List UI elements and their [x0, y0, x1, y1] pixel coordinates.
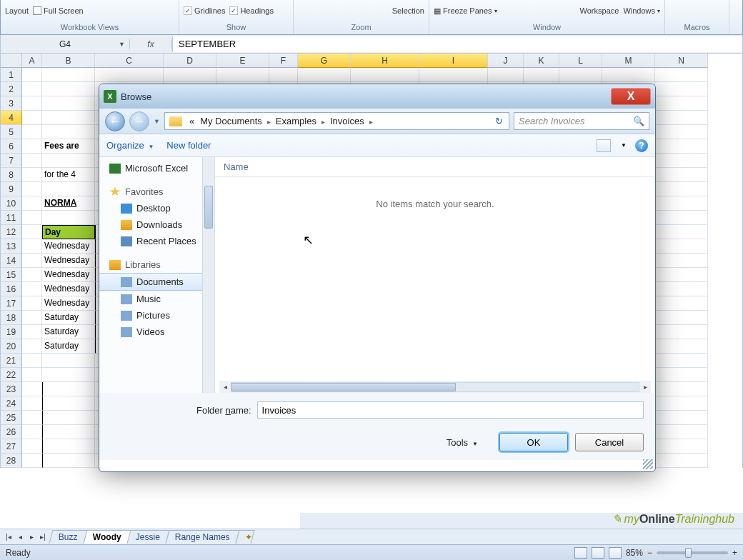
row-header-14[interactable]: 14: [1, 254, 22, 268]
row-header-23[interactable]: 23: [1, 382, 22, 396]
cell-M1[interactable]: [602, 68, 655, 82]
cell-A9[interactable]: [22, 182, 42, 196]
row-header-21[interactable]: 21: [1, 354, 22, 368]
col-header-B[interactable]: B: [42, 54, 95, 68]
cell-B19[interactable]: Saturday: [42, 325, 95, 339]
tab-nav-first-icon[interactable]: |◂: [3, 533, 14, 541]
ribbon-workspace[interactable]: Workspace: [580, 6, 619, 15]
cell-B1[interactable]: [42, 68, 95, 82]
cell-B22[interactable]: [42, 368, 95, 382]
cell-A5[interactable]: [22, 125, 42, 139]
cell-N22[interactable]: [655, 368, 708, 382]
cell-A7[interactable]: [22, 154, 42, 168]
hscroll-right-icon[interactable]: ▸: [639, 383, 651, 391]
cell-A17[interactable]: [22, 296, 42, 311]
folder-name-input[interactable]: [257, 401, 644, 419]
cell-B26[interactable]: [42, 425, 95, 439]
view-pagebreak-button[interactable]: [609, 547, 622, 559]
cell-G1[interactable]: [298, 68, 351, 82]
row-header-18[interactable]: 18: [1, 311, 22, 325]
cell-A3[interactable]: [22, 96, 42, 111]
breadcrumb-prefix[interactable]: «: [186, 116, 197, 126]
nav-videos[interactable]: Videos: [99, 324, 214, 340]
row-header-9[interactable]: 9: [1, 182, 22, 196]
cell-L1[interactable]: [559, 68, 602, 82]
col-header-A[interactable]: A: [22, 54, 42, 68]
cell-D1[interactable]: [164, 68, 216, 82]
row-header-28[interactable]: 28: [1, 454, 22, 468]
row-header-7[interactable]: 7: [1, 154, 22, 168]
breadcrumb-invoices[interactable]: Invoices: [327, 116, 367, 126]
cell-A4[interactable]: [22, 111, 42, 125]
nav-documents[interactable]: Documents: [99, 273, 214, 291]
cell-E1[interactable]: [216, 68, 269, 82]
cell-N23[interactable]: [655, 382, 708, 396]
col-header-K[interactable]: K: [524, 54, 559, 68]
cell-B5[interactable]: [42, 125, 95, 139]
col-header-C[interactable]: C: [95, 54, 164, 68]
cell-A22[interactable]: [22, 368, 42, 382]
forward-button[interactable]: →: [129, 111, 149, 131]
row-header-1[interactable]: 1: [1, 68, 22, 82]
row-header-13[interactable]: 13: [1, 239, 22, 254]
col-header-G[interactable]: G: [298, 54, 351, 68]
nav-scrollbar[interactable]: [202, 157, 214, 393]
tab-nav-next-icon[interactable]: ▸: [26, 533, 37, 541]
cell-A2[interactable]: [22, 82, 42, 96]
cell-B6[interactable]: Fees are: [42, 139, 95, 154]
nav-downloads[interactable]: Downloads: [99, 216, 214, 233]
cell-N25[interactable]: [655, 411, 708, 425]
cell-N1[interactable]: [655, 68, 708, 82]
cell-N19[interactable]: [655, 325, 708, 339]
row-header-17[interactable]: 17: [1, 296, 22, 311]
cell-B23[interactable]: [42, 382, 95, 396]
name-box[interactable]: G4 ▼: [1, 39, 129, 49]
zoom-out-button[interactable]: −: [647, 548, 652, 558]
nav-recent-places[interactable]: Recent Places: [99, 233, 214, 249]
formula-input[interactable]: SEPTEMBER: [172, 36, 742, 52]
cell-B10[interactable]: NORMA: [42, 196, 95, 211]
breadcrumb-my-documents[interactable]: My Documents: [197, 116, 265, 126]
cell-N10[interactable]: [655, 196, 708, 211]
cell-N18[interactable]: [655, 311, 708, 325]
cell-B7[interactable]: [42, 154, 95, 168]
col-header-F[interactable]: F: [269, 54, 298, 68]
zoom-slider[interactable]: [657, 551, 728, 554]
close-button[interactable]: X: [611, 88, 651, 105]
cell-B17[interactable]: Wednesday: [42, 296, 95, 311]
cell-B12[interactable]: Day: [42, 225, 95, 239]
view-normal-button[interactable]: [574, 547, 587, 559]
zoom-level[interactable]: 85%: [626, 548, 643, 558]
cell-N7[interactable]: [655, 154, 708, 168]
cell-N28[interactable]: [655, 454, 708, 468]
row-header-22[interactable]: 22: [1, 368, 22, 382]
ribbon-zoom-selection[interactable]: Selection: [392, 6, 424, 15]
view-mode-dropdown-icon[interactable]: ▼: [621, 142, 627, 149]
cell-A15[interactable]: [22, 268, 42, 282]
row-header-3[interactable]: 3: [1, 96, 22, 111]
ribbon-windows[interactable]: Windows ▾: [623, 6, 660, 15]
ribbon-gridlines[interactable]: ✓ Gridlines: [184, 6, 225, 15]
cell-B3[interactable]: [42, 96, 95, 111]
cell-A21[interactable]: [22, 354, 42, 368]
cell-A12[interactable]: [22, 225, 42, 239]
chevron-right-icon[interactable]: ▸: [265, 118, 273, 126]
cell-B9[interactable]: [42, 182, 95, 196]
ribbon-headings[interactable]: ✓ Headings: [229, 6, 273, 15]
nav-excel[interactable]: Microsoft Excel: [99, 160, 214, 176]
col-header-E[interactable]: E: [216, 54, 269, 68]
view-layout-button[interactable]: [592, 547, 604, 559]
cell-B18[interactable]: Saturday: [42, 311, 95, 325]
address-bar[interactable]: « My Documents▸Examples▸Invoices▸ ↻: [164, 112, 509, 130]
file-list[interactable]: Name No items match your search. ◂ ▸: [215, 157, 655, 393]
col-header-M[interactable]: M: [602, 54, 655, 68]
row-header-12[interactable]: 12: [1, 225, 22, 239]
cell-N14[interactable]: [655, 254, 708, 268]
cell-N27[interactable]: [655, 439, 708, 454]
cell-B2[interactable]: [42, 82, 95, 96]
zoom-in-button[interactable]: +: [732, 548, 737, 558]
chevron-right-icon[interactable]: ▸: [319, 118, 327, 126]
name-box-dropdown-icon[interactable]: ▼: [119, 41, 125, 48]
breadcrumb-examples[interactable]: Examples: [273, 116, 319, 126]
nav-favorites[interactable]: Favorites: [99, 184, 214, 200]
